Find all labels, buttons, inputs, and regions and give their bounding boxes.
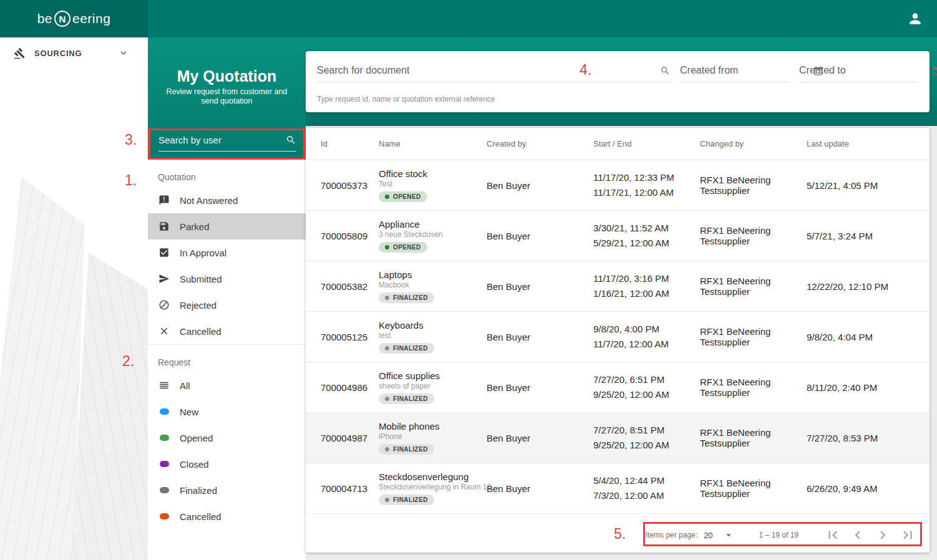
row-subtitle: test [379,331,487,340]
quotations-table-card: Id Name Created by Start / End Changed b… [306,128,930,553]
menu-item-parked[interactable]: Parked [148,213,306,239]
status-pill-icon [158,432,170,444]
created-to-field[interactable] [799,65,916,82]
cell-created-by: Ben Buyer [487,180,593,191]
column-header-last-update: Last update [807,139,930,148]
created-from-field[interactable] [680,65,789,82]
column-header-created-by: Created by [487,139,593,148]
caret-down-icon [723,529,734,541]
status-dot-icon [385,397,389,401]
quotation-request-menu: Quotation Not Answered Parked In Approva… [148,160,306,560]
approval-icon [158,246,170,259]
menu-item-all[interactable]: All [148,372,306,398]
cell-created-by: Ben Buyer [487,332,593,342]
logo-circle-n: N [54,11,70,27]
status-badge: FINALIZED [379,393,434,404]
row-title: Mobile phones [379,421,487,432]
search-by-user-field[interactable] [158,135,296,152]
status-pill-icon [158,484,170,496]
row-subtitle: Steckdosenverlegung in Raum 12... [379,483,487,491]
table-row[interactable]: 700005382 Laptops Macbook FINALIZED Ben … [306,261,930,312]
menu-item-submitted[interactable]: Submitted [148,266,306,292]
items-per-page-select[interactable]: 20 [704,529,734,541]
cell-name: Keyboards test FINALIZED [379,320,487,354]
created-from-input[interactable] [680,65,809,76]
logo-text-post: eering [72,11,110,26]
menu-item-in-approval[interactable]: In Approval [148,239,306,266]
cell-start-end: 3/30/21, 11:52 AM 5/29/21, 12:00 AM [593,221,700,251]
document-search-field[interactable] [317,65,671,82]
building-watermark-image [0,125,148,560]
table-row[interactable]: 700004713 Steckdosenverlegung Steckdosen… [306,463,930,514]
cell-start-end: 7/27/20, 6:51 PM 9/25/20, 12:00 AM [593,372,700,402]
document-search-input[interactable] [317,65,656,76]
first-page-button[interactable] [825,527,841,543]
row-title: Keyboards [379,320,487,331]
annotation-5: 5. [614,526,626,543]
search-by-user-input[interactable] [158,135,286,145]
cell-last-update: 6/26/20, 9:49 AM [807,483,930,494]
row-title: Appliance [379,219,487,229]
table-header-row: Id Name Created by Start / End Changed b… [306,128,930,160]
status-dot-icon [385,245,389,249]
menu-item-closed[interactable]: Closed [148,451,306,477]
close-icon [158,325,170,337]
table-body: 700005373 Office stock Test OPENED Ben B… [306,160,930,518]
cell-changed-by: RFX1 BeNeering Testsupplier [700,175,807,196]
menu-item-opened[interactable]: Opened [148,425,306,451]
cell-id: 700005809 [321,231,379,241]
status-badge: FINALIZED [379,444,434,455]
status-badge: FINALIZED [379,343,434,354]
created-to-input[interactable] [799,65,928,76]
save-icon [158,220,170,233]
table-row[interactable]: 700004987 Mobile phones iPhone FINALIZED… [306,413,930,463]
cell-id: 700005373 [321,180,379,191]
send-icon [158,273,170,285]
cell-changed-by: RFX1 BeNeering Testsupplier [700,478,807,499]
last-page-button[interactable] [900,527,916,543]
cell-last-update: 8/11/20, 2:40 PM [807,382,930,393]
previous-page-button[interactable] [850,527,866,543]
sidebar-item-sourcing[interactable]: SOURCING [0,37,148,69]
cell-start-end: 7/27/20, 8:51 PM 9/25/20, 12:00 AM [593,423,700,453]
row-title: Laptops [379,269,487,280]
cell-created-by: Ben Buyer [487,382,593,393]
table-row[interactable]: 700004986 Office supplies sheets of pape… [306,362,930,413]
page-title: My Quotation [148,67,306,85]
status-dot-icon [385,447,389,451]
menu-item-cancelled[interactable]: Cancelled [148,318,306,344]
menu-item-rejected[interactable]: Rejected [148,292,306,318]
cell-start-end: 11/17/20, 3:16 PM 1/16/21, 12:00 AM [593,271,700,301]
cell-changed-by: RFX1 BeNeering Testsupplier [700,225,807,246]
feedback-icon [158,194,170,206]
next-page-button[interactable] [875,527,891,543]
status-dot-icon [385,498,389,502]
cell-id: 700004986 [321,382,379,393]
status-dot-icon [385,195,389,199]
cell-last-update: 5/7/21, 3:24 PM [807,231,930,241]
account-icon[interactable] [907,11,923,27]
cell-name: Office stock Test OPENED [379,168,487,202]
table-row[interactable]: 700005373 Office stock Test OPENED Ben B… [306,160,930,211]
cell-created-by: Ben Buyer [487,433,593,443]
calendar-icon[interactable] [932,65,937,76]
cell-name: Office supplies sheets of paper FINALIZE… [379,370,487,404]
status-badge: OPENED [379,242,427,253]
column-header-start-end: Start / End [593,139,700,148]
cell-name: Appliance 3 neue Steckdosen OPENED [379,219,487,253]
table-row[interactable]: 700005809 Appliance 3 neue Steckdosen OP… [306,211,930,261]
page-subtitle: Review request from customer and send qu… [151,87,303,106]
row-subtitle: iPhone [379,432,487,441]
row-subtitle: Macbook [379,281,487,289]
top-bar: be N eering [0,0,937,37]
table-row[interactable]: 700005125 Keyboards test FINALIZED Ben B… [306,312,930,362]
cell-start-end: 11/17/20, 12:33 PM 11/17/21, 12:00 AM [593,170,700,200]
menu-item-new[interactable]: New [148,398,306,425]
cell-created-by: Ben Buyer [487,483,593,494]
menu-item-cancelled[interactable]: Cancelled [148,503,306,529]
page-range-label: 1 – 19 of 19 [759,531,799,539]
menu-item-finalized[interactable]: Finalized [148,477,306,503]
menu-item-not-answered[interactable]: Not Answered [148,187,306,213]
row-title: Steckdosenverlegung [379,471,487,482]
gavel-icon [14,47,26,59]
